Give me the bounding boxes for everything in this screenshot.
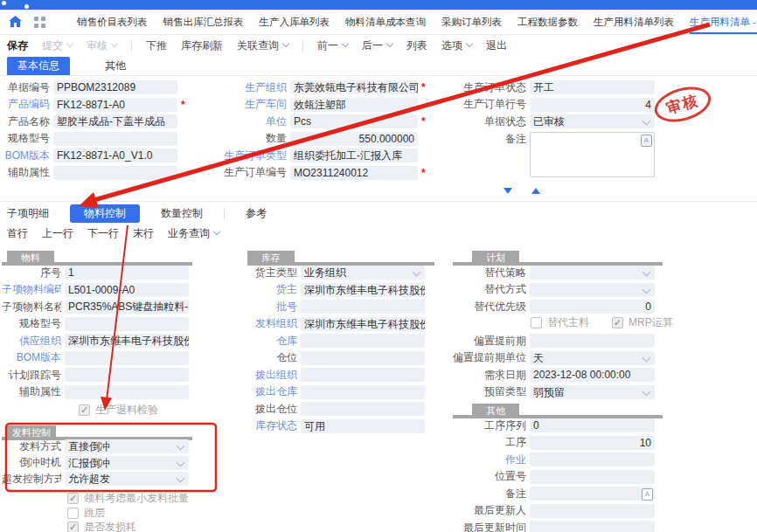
field-input[interactable]: 0: [530, 418, 655, 432]
field-input[interactable]: [65, 385, 189, 399]
save-button[interactable]: 保存: [7, 38, 28, 53]
previous-button[interactable]: 前一: [317, 38, 348, 53]
field-input[interactable]: 东莞效瓴电子科技有限公司: [290, 80, 418, 94]
field-input[interactable]: 可用: [301, 419, 425, 433]
checkbox[interactable]: [612, 317, 623, 328]
nav-tab[interactable]: 销售价目表列表: [77, 10, 148, 34]
field-input[interactable]: [53, 166, 177, 180]
field-input[interactable]: PPBOM2312089: [53, 80, 177, 94]
field-input[interactable]: [53, 132, 177, 146]
checkbox-row[interactable]: MRP运算: [612, 317, 673, 329]
inventory-refresh-button[interactable]: 库存刷新: [181, 38, 223, 53]
checkbox[interactable]: [79, 404, 90, 416]
field-input[interactable]: 550.000000: [290, 132, 418, 146]
field-input[interactable]: [65, 317, 189, 331]
next-row-button[interactable]: 下一行: [87, 226, 119, 241]
remark-textarea[interactable]: [530, 132, 655, 177]
field-input[interactable]: 塑胶半成品-下盖半成品: [53, 114, 177, 128]
tab-other[interactable]: 其他: [94, 57, 136, 75]
field-input[interactable]: 弱预留: [530, 385, 655, 399]
field-input[interactable]: 深圳市东维丰电子科技股份有限公: [65, 334, 189, 348]
field-input[interactable]: [530, 504, 655, 518]
push-down-button[interactable]: 下推: [146, 38, 167, 53]
business-query-button[interactable]: 业务查询: [168, 226, 219, 241]
nav-tab[interactable]: 生产入库单列表: [260, 10, 330, 34]
field-input[interactable]: 开工: [530, 80, 655, 94]
nav-tab[interactable]: 生产用料清单列表: [594, 10, 674, 34]
field-input[interactable]: 业务组织: [301, 266, 425, 280]
field-input[interactable]: [530, 266, 655, 280]
tab-basic-info[interactable]: 基本信息: [7, 57, 70, 75]
field-input[interactable]: [530, 283, 655, 297]
field-input[interactable]: [301, 334, 425, 348]
nav-tab[interactable]: 工程数据参数: [517, 10, 578, 34]
checkbox-row[interactable]: 是否发损耗: [67, 522, 192, 532]
last-row-button[interactable]: 末行: [133, 226, 154, 241]
checkbox-row[interactable]: 生产退料检验: [79, 404, 192, 416]
field-input[interactable]: [301, 402, 425, 416]
home-icon[interactable]: [9, 16, 22, 28]
field-input[interactable]: [301, 368, 425, 382]
field-input[interactable]: 10: [530, 436, 655, 450]
field-input[interactable]: [301, 351, 425, 365]
subtab-material-control[interactable]: 物料控制: [70, 204, 140, 223]
collapse-down-icon[interactable]: [504, 188, 512, 194]
field-input[interactable]: 允许超发: [65, 472, 189, 486]
field-input[interactable]: [301, 385, 425, 399]
field-input[interactable]: [530, 521, 655, 532]
field-input[interactable]: 汇报倒冲: [65, 456, 189, 470]
nav-tab-active[interactable]: 生产用料清单 - 修改: [690, 10, 757, 34]
field-label: 生产订单状态: [456, 80, 526, 95]
checkbox-row[interactable]: 替代主料: [531, 317, 589, 329]
field-input[interactable]: 效瓴注塑部: [290, 98, 418, 112]
nav-tab[interactable]: 物料清单成本查询: [345, 10, 426, 34]
field-input[interactable]: 直接倒冲: [65, 439, 189, 453]
field-input[interactable]: [65, 351, 189, 365]
field-input[interactable]: [530, 487, 655, 501]
field-input[interactable]: [530, 453, 655, 466]
first-row-button[interactable]: 首行: [7, 226, 28, 241]
options-button[interactable]: 选项: [441, 38, 472, 53]
field-input[interactable]: 1: [65, 266, 189, 280]
field-input[interactable]: 组织委托加工-汇报入库: [290, 149, 418, 162]
checkbox[interactable]: [67, 508, 79, 519]
field-input[interactable]: 0: [530, 300, 655, 314]
exit-button[interactable]: 退出: [486, 38, 507, 53]
checkbox-row[interactable]: 领料考虑最小发料批量: [67, 493, 192, 505]
field-input[interactable]: [530, 334, 655, 348]
submit-button[interactable]: 提交: [42, 38, 73, 53]
grid-menu-icon[interactable]: [34, 17, 45, 28]
field-input[interactable]: 天: [530, 351, 655, 365]
related-query-button[interactable]: 关联查询: [237, 38, 288, 53]
subtab-item-detail[interactable]: 子项明细: [7, 206, 49, 221]
checkbox[interactable]: [531, 317, 542, 328]
field-input[interactable]: [530, 470, 655, 484]
form-row: 仓库: [247, 334, 434, 348]
field-input[interactable]: MO2311240012: [290, 166, 418, 180]
nav-tab[interactable]: 采购订单列表: [441, 10, 502, 34]
field-input[interactable]: [301, 300, 425, 314]
field-input[interactable]: 4: [530, 98, 655, 112]
field-input[interactable]: 已审核: [530, 114, 655, 128]
subtab-quantity-control[interactable]: 数量控制: [161, 206, 203, 221]
checkbox-row[interactable]: 跳层: [67, 507, 192, 519]
checkbox[interactable]: [67, 493, 79, 504]
field-input[interactable]: [65, 368, 189, 382]
checkbox[interactable]: [67, 522, 79, 532]
audit-button[interactable]: 审核: [87, 38, 117, 53]
nav-tab[interactable]: 销售出库汇总报表: [163, 10, 244, 34]
field-input[interactable]: 2023-12-08 00:00:00: [530, 368, 655, 382]
subtab-reference[interactable]: 参考: [246, 206, 267, 221]
field-input[interactable]: 深圳市东维丰电子科技股份有限公: [301, 283, 425, 297]
field-input[interactable]: 深圳市东维丰电子科技股份有限公: [301, 317, 425, 331]
section-header-other: 其他: [453, 404, 663, 418]
list-button[interactable]: 列表: [406, 38, 427, 53]
field-input[interactable]: Pcs: [290, 114, 418, 128]
collapse-up-icon[interactable]: [531, 188, 540, 194]
field-input[interactable]: FK12-8871-A0_V1.0: [53, 149, 177, 162]
field-input[interactable]: L501-0009-A0: [65, 283, 189, 297]
prev-row-button[interactable]: 上一行: [42, 226, 73, 241]
field-input[interactable]: PCR35%ABS键盘抽粒料-PCR35%: [65, 300, 189, 314]
next-button[interactable]: 后一: [362, 38, 392, 53]
field-input[interactable]: FK12-8871-A0: [53, 98, 177, 112]
